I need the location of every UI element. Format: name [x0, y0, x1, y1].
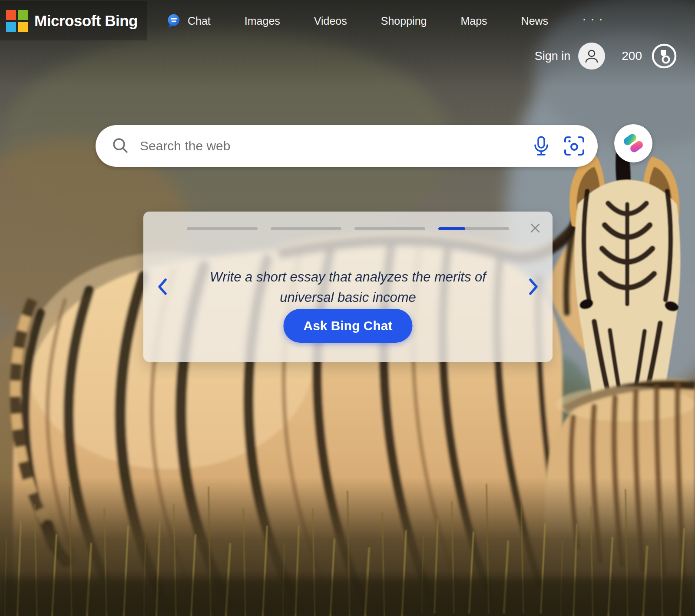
microphone-icon [532, 136, 551, 156]
visual-search-button[interactable] [563, 136, 586, 156]
close-icon [528, 221, 542, 235]
progress-segment-3[interactable] [354, 227, 425, 230]
close-button[interactable] [528, 221, 542, 235]
nav-label: News [521, 15, 549, 27]
nav-item-chat[interactable]: Chat [165, 13, 211, 29]
rewards-points: 200 [622, 49, 642, 63]
nav-item-images[interactable]: Images [245, 15, 280, 27]
more-label: ··· [582, 11, 607, 26]
nav-item-maps[interactable]: Maps [460, 15, 487, 27]
chat-suggestion-card: Write a short essay that analyzes the me… [143, 212, 553, 362]
carousel-progress [187, 227, 509, 230]
rewards-button[interactable] [651, 43, 678, 70]
nav-more-ellipsis-icon[interactable]: ··· [582, 11, 607, 30]
chevron-right-icon [527, 277, 539, 296]
chat-bubble-icon [165, 13, 182, 29]
primary-nav: Chat Images Videos Shopping Maps News ··… [165, 11, 607, 30]
carousel-next-button[interactable] [527, 277, 539, 296]
microsoft-logo-icon [6, 10, 28, 32]
progress-segment-2[interactable] [271, 227, 341, 230]
carousel-previous-button[interactable] [156, 277, 169, 296]
chevron-left-icon [156, 277, 169, 296]
nav-label: Chat [188, 15, 211, 27]
account-bar: Sign in 200 [535, 43, 678, 70]
nav-item-shopping[interactable]: Shopping [381, 15, 427, 27]
progress-segment-1[interactable] [187, 227, 258, 230]
top-nav: Microsoft Bing Chat Images Videos Shoppi… [0, 0, 695, 42]
copilot-logo-icon [621, 131, 645, 156]
progress-fill [438, 227, 465, 230]
ask-bing-chat-button[interactable]: Ask Bing Chat [283, 309, 412, 343]
copilot-button[interactable] [614, 124, 652, 162]
search-input[interactable] [139, 138, 504, 154]
nav-item-news[interactable]: News [521, 15, 549, 27]
sign-in-link[interactable]: Sign in [535, 50, 571, 63]
nav-label: Videos [314, 15, 347, 27]
nav-label: Images [245, 15, 280, 27]
suggested-prompt-text: Write a short essay that analyzes the me… [192, 267, 504, 308]
search-icon [111, 137, 129, 155]
microphone-button[interactable] [531, 136, 552, 156]
progress-segment-4-active[interactable] [438, 227, 509, 230]
nav-label: Shopping [381, 15, 427, 27]
nav-label: Maps [460, 15, 487, 27]
bing-logo[interactable]: Microsoft Bing [0, 1, 147, 40]
rewards-medal-icon [651, 43, 677, 69]
nav-item-videos[interactable]: Videos [314, 15, 347, 27]
avatar-person-icon [584, 48, 599, 64]
logo-text: Microsoft Bing [34, 12, 138, 30]
visual-search-camera-icon [563, 136, 585, 156]
avatar-button[interactable] [578, 43, 605, 70]
search-bar [96, 125, 598, 167]
